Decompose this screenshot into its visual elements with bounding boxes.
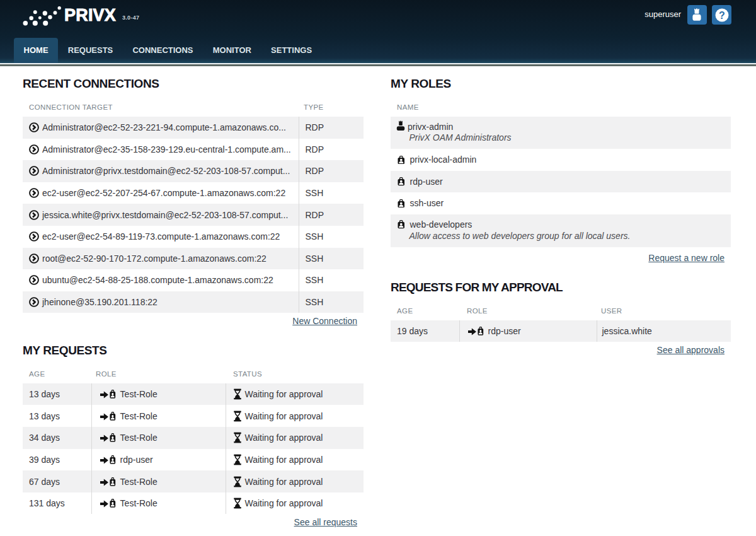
svg-text:?: ? (719, 9, 725, 20)
